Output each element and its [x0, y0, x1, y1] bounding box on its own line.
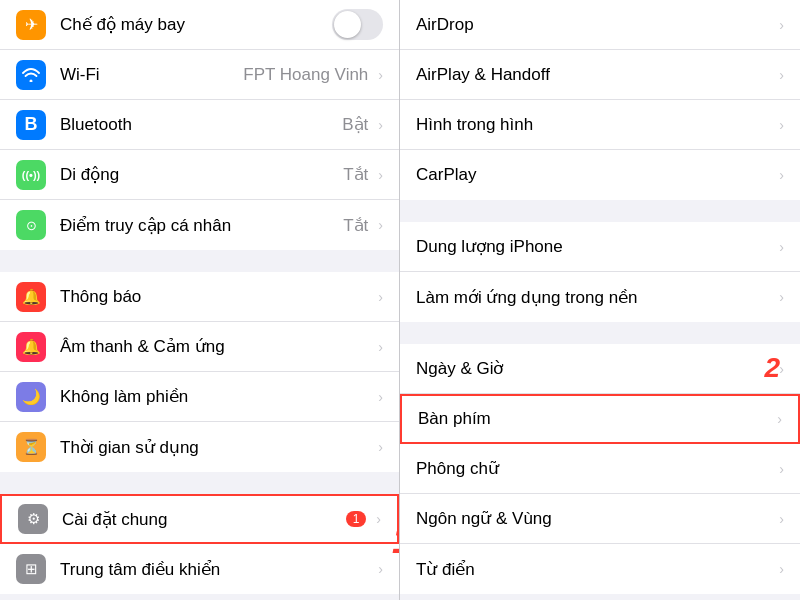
wifi-row[interactable]: Wi-Fi FPT Hoang Vinh ›: [0, 50, 399, 100]
cellular-label: Di động: [60, 164, 343, 185]
screentime-label: Thời gian sử dụng: [60, 437, 374, 458]
storage-chevron: ›: [779, 239, 784, 255]
hotspot-chevron: ›: [378, 217, 383, 233]
screentime-icon: ⏳: [16, 432, 46, 462]
pip-label: Hình trong hình: [416, 115, 775, 135]
controlcenter-label: Trung tâm điều khiển: [60, 559, 374, 580]
home-indicator-area: [400, 594, 800, 600]
storage-group: Dung lượng iPhone › Làm mới ứng dụng tro…: [400, 222, 800, 322]
cellular-value: Tắt: [343, 164, 368, 185]
bluetooth-label: Bluetooth: [60, 115, 342, 135]
left-panel: ✈ Chế độ máy bay Wi-Fi FPT Hoang Vinh ›: [0, 0, 400, 600]
bgrefresh-label: Làm mới ứng dụng trong nền: [416, 287, 775, 308]
notifications-group: 🔔 Thông báo › 🔔 Âm thanh & Cảm ứng › 🌙 K…: [0, 272, 399, 472]
connectivity-group: ✈ Chế độ máy bay Wi-Fi FPT Hoang Vinh ›: [0, 0, 399, 250]
sharing-group: AirDrop › AirPlay & Handoff › Hình trong…: [400, 0, 800, 200]
fonts-chevron: ›: [779, 461, 784, 477]
right-panel: AirDrop › AirPlay & Handoff › Hình trong…: [400, 0, 800, 600]
toggle-thumb: [334, 11, 361, 38]
langregion-chevron: ›: [779, 511, 784, 527]
general-badge: 1: [346, 511, 367, 527]
notification-icon: 🔔: [16, 282, 46, 312]
locale-group: Ngày & Giờ › 2 Bàn phím › Phông chữ › Ng…: [400, 344, 800, 594]
carplay-chevron: ›: [779, 167, 784, 183]
datetime-chevron: ›: [779, 361, 784, 377]
wifi-label: Wi-Fi: [60, 65, 243, 85]
sounds-icon: 🔔: [16, 332, 46, 362]
controlcenter-row[interactable]: ⊞ Trung tâm điều khiển ›: [0, 544, 399, 594]
storage-row[interactable]: Dung lượng iPhone ›: [400, 222, 800, 272]
langregion-row[interactable]: Ngôn ngữ & Vùng ›: [400, 494, 800, 544]
dnd-row[interactable]: 🌙 Không làm phiền ›: [0, 372, 399, 422]
storage-label: Dung lượng iPhone: [416, 236, 775, 257]
controlcenter-chevron: ›: [378, 561, 383, 577]
general-chevron: ›: [376, 511, 381, 527]
pip-chevron: ›: [779, 117, 784, 133]
fonts-label: Phông chữ: [416, 458, 775, 479]
datetime-label: Ngày & Giờ: [416, 358, 775, 379]
bluetooth-chevron: ›: [378, 117, 383, 133]
sounds-row[interactable]: 🔔 Âm thanh & Cảm ứng ›: [0, 322, 399, 372]
bluetooth-icon: B: [16, 110, 46, 140]
keyboard-label: Bàn phím: [418, 409, 773, 429]
langregion-label: Ngôn ngữ & Vùng: [416, 508, 775, 529]
datetime-row[interactable]: Ngày & Giờ › 2: [400, 344, 800, 394]
airplane-icon: ✈: [16, 10, 46, 40]
carplay-label: CarPlay: [416, 165, 775, 185]
sounds-label: Âm thanh & Cảm ứng: [60, 336, 374, 357]
airplane-label: Chế độ máy bay: [60, 14, 332, 35]
screentime-chevron: ›: [378, 439, 383, 455]
controlcenter-icon: ⊞: [16, 554, 46, 584]
airplay-label: AirPlay & Handoff: [416, 65, 775, 85]
right-spacer-2: [400, 322, 800, 344]
cellular-row[interactable]: ((•)) Di động Tắt ›: [0, 150, 399, 200]
airdrop-chevron: ›: [779, 17, 784, 33]
dictionary-chevron: ›: [779, 561, 784, 577]
keyboard-chevron: ›: [777, 411, 782, 427]
right-spacer-1: [400, 200, 800, 222]
spacer-2: [0, 472, 399, 494]
system-group: ⚙ Cài đặt chung 1 › 1 ⊞ Trung tâm điều k…: [0, 494, 399, 594]
bgrefresh-chevron: ›: [779, 289, 784, 305]
wifi-icon: [16, 60, 46, 90]
hotspot-icon: ⊙: [16, 210, 46, 240]
airdrop-label: AirDrop: [416, 15, 775, 35]
notifications-row[interactable]: 🔔 Thông báo ›: [0, 272, 399, 322]
dnd-label: Không làm phiền: [60, 386, 374, 407]
airplane-toggle[interactable]: [332, 9, 383, 40]
sounds-chevron: ›: [378, 339, 383, 355]
wifi-value: FPT Hoang Vinh: [243, 65, 368, 85]
wifi-chevron: ›: [378, 67, 383, 83]
step-1-label: 1: [392, 520, 400, 562]
fonts-row[interactable]: Phông chữ ›: [400, 444, 800, 494]
notifications-label: Thông báo: [60, 287, 374, 307]
carplay-row[interactable]: CarPlay ›: [400, 150, 800, 200]
dnd-chevron: ›: [378, 389, 383, 405]
general-icon: ⚙: [18, 504, 48, 534]
bgrefresh-row[interactable]: Làm mới ứng dụng trong nền ›: [400, 272, 800, 322]
dictionary-row[interactable]: Từ điển ›: [400, 544, 800, 594]
hotspot-label: Điểm truy cập cá nhân: [60, 215, 343, 236]
airplane-row[interactable]: ✈ Chế độ máy bay: [0, 0, 399, 50]
cellular-chevron: ›: [378, 167, 383, 183]
airplay-chevron: ›: [779, 67, 784, 83]
bluetooth-row[interactable]: B Bluetooth Bật ›: [0, 100, 399, 150]
general-row[interactable]: ⚙ Cài đặt chung 1 › 1: [0, 494, 399, 544]
bluetooth-value: Bật: [342, 114, 368, 135]
step-2-label: 2: [764, 352, 780, 384]
spacer-1: [0, 250, 399, 272]
keyboard-row[interactable]: Bàn phím ›: [400, 394, 800, 444]
general-label: Cài đặt chung: [62, 509, 346, 530]
airplay-row[interactable]: AirPlay & Handoff ›: [400, 50, 800, 100]
hotspot-row[interactable]: ⊙ Điểm truy cập cá nhân Tắt ›: [0, 200, 399, 250]
pip-row[interactable]: Hình trong hình ›: [400, 100, 800, 150]
cellular-icon: ((•)): [16, 160, 46, 190]
hotspot-value: Tắt: [343, 215, 368, 236]
notifications-chevron: ›: [378, 289, 383, 305]
airdrop-row[interactable]: AirDrop ›: [400, 0, 800, 50]
dictionary-label: Từ điển: [416, 559, 775, 580]
dnd-icon: 🌙: [16, 382, 46, 412]
screentime-row[interactable]: ⏳ Thời gian sử dụng ›: [0, 422, 399, 472]
